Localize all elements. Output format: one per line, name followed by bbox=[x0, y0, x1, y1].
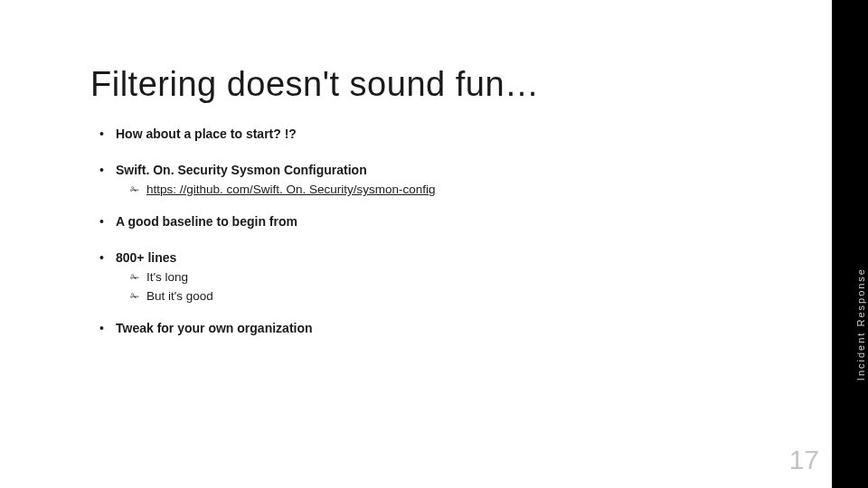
slide-body: How about a place to start? !? Swift. On… bbox=[99, 127, 787, 357]
bullet-start: How about a place to start? !? bbox=[99, 127, 787, 141]
scissors-icon: ✁ bbox=[130, 271, 139, 284]
bullet-swiftonsecurity: Swift. On. Security Sysmon Configuration bbox=[99, 163, 787, 177]
sub-bullet-text: It's long bbox=[146, 270, 188, 284]
sub-bullet-text: But it's good bbox=[146, 289, 213, 303]
sub-bullet-link: ✁ https: //github. com/Swift. On. Securi… bbox=[99, 183, 787, 196]
github-link[interactable]: https: //github. com/Swift. On. Security… bbox=[146, 183, 436, 196]
page-number: 17 bbox=[789, 445, 819, 475]
bullet-800-lines: 800+ lines bbox=[99, 250, 787, 265]
sub-bullet-long: ✁ It's long bbox=[99, 270, 787, 284]
sidebar-label: Incident Response bbox=[855, 267, 866, 380]
scissors-icon: ✁ bbox=[130, 290, 139, 303]
slide-title: Filtering doesn't sound fun… bbox=[90, 65, 540, 104]
bullet-baseline: A good baseline to begin from bbox=[99, 214, 787, 229]
bullet-tweak: Tweak for your own organization bbox=[99, 321, 787, 335]
sidebar-strip: Incident Response bbox=[832, 0, 868, 488]
scissors-icon: ✁ bbox=[130, 183, 139, 196]
slide: Incident Response Filtering doesn't soun… bbox=[0, 0, 868, 488]
sub-bullet-good: ✁ But it's good bbox=[99, 289, 787, 303]
